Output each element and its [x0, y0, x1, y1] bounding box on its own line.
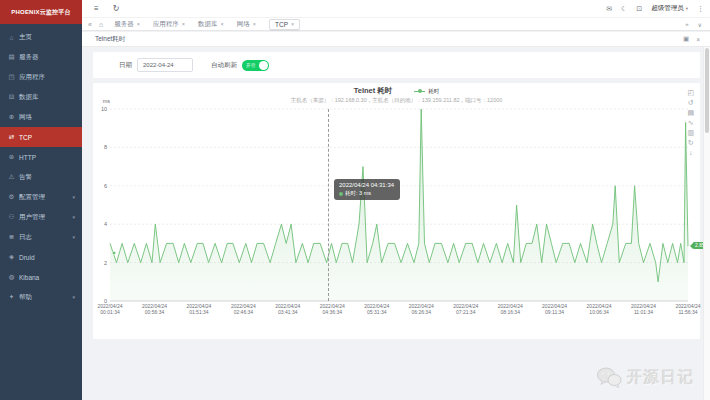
bar-chart-icon[interactable]: ▥	[687, 129, 694, 136]
sidebar-item-kibana[interactable]: ◍Kibana	[0, 267, 82, 287]
x-axis-label-time: 04:36:34	[320, 309, 345, 315]
tab-application[interactable]: 应用程序×	[153, 20, 185, 29]
sidebar-item-config-management[interactable]: ⚙配置管理▾	[0, 187, 82, 207]
scrollbar-track[interactable]	[703, 47, 710, 400]
tabbar-right: » ∨	[685, 21, 702, 28]
http-icon: ⊚	[7, 153, 16, 161]
page-title: Telnet耗时	[95, 35, 125, 44]
chart-header: Telnet 耗时 耗时	[93, 86, 700, 96]
sidebar-item-druid[interactable]: ◈Druid	[0, 247, 82, 267]
sidebar-item-server[interactable]: ▤服务器	[0, 47, 82, 67]
sidebar-item-alarm[interactable]: ⚠告警	[0, 167, 82, 187]
sidebar-item-home[interactable]: ⌂主页	[0, 27, 82, 47]
panel-title-actions: ▣ ×	[683, 35, 700, 43]
chart-plot-area[interactable]: ms 2022/04/24 04:31:34 耗时: 3 ms 2.85	[110, 109, 688, 301]
home-tab-icon[interactable]: ⌂	[99, 21, 103, 28]
sidebar-item-label: 数据库	[19, 93, 39, 102]
sidebar-item-help[interactable]: ✦帮助▾	[0, 287, 82, 307]
more-menu-icon[interactable]: ⋮	[697, 5, 704, 13]
tab-close-icon[interactable]: ×	[253, 21, 256, 27]
date-input[interactable]	[137, 58, 193, 72]
home-icon: ⌂	[7, 34, 16, 41]
x-axis-label-time: 08:16:34	[498, 309, 523, 315]
x-axis-label: 2022/04/2403:41:34	[275, 303, 300, 316]
network-icon: ⊕	[7, 113, 16, 121]
x-axis-label-time: 02:46:34	[231, 309, 256, 315]
hamburger-icon[interactable]: ≡	[94, 5, 99, 13]
data-view-icon[interactable]: ▤	[687, 109, 694, 116]
toggle-knob	[259, 61, 268, 70]
sidebar-item-database[interactable]: ⊟数据库	[0, 87, 82, 107]
message-icon[interactable]: ✉	[606, 5, 612, 12]
druid-icon: ◈	[7, 253, 16, 261]
tab-server[interactable]: 服务器×	[114, 20, 140, 29]
x-axis-label-time: 09:11:34	[542, 309, 567, 315]
sidebar-item-logs[interactable]: ≣日志▾	[0, 227, 82, 247]
x-axis-label: 2022/04/2400:56:34	[142, 303, 167, 316]
navbar-right: ✉☾⊡ 超级管理员 ▾ ⋮	[606, 4, 704, 13]
x-axis-label-time: 00:56:34	[142, 309, 167, 315]
x-axis-label-time: 01:51:34	[186, 309, 211, 315]
legend-marker-icon	[414, 89, 425, 94]
theme-icon[interactable]: ☾	[621, 5, 627, 12]
chart-tooltip: 2022/04/24 04:31:34 耗时: 3 ms	[334, 179, 400, 200]
watermark: 开源日记	[596, 367, 695, 388]
tab-network[interactable]: 网络×	[237, 20, 256, 29]
tab-label: 应用程序	[153, 20, 179, 29]
x-axis-label: 2022/04/2405:31:34	[364, 303, 389, 316]
tabs-more-icon[interactable]: »	[685, 21, 688, 27]
tab-tcp[interactable]: TCP×	[269, 19, 300, 30]
tab-close-icon[interactable]: ×	[137, 21, 140, 27]
refresh-icon[interactable]: ↻	[113, 5, 120, 13]
sidebar: PHOENIX云监控平台 ⌂主页▤服务器◳应用程序⊟数据库⊕网络⇄TCP⊚HTT…	[0, 0, 82, 400]
tab-close-icon[interactable]: ×	[221, 21, 224, 27]
axis-pointer-line	[328, 109, 329, 301]
sidebar-item-network[interactable]: ⊕网络	[0, 107, 82, 127]
fullscreen-icon[interactable]: ⊡	[636, 5, 642, 12]
chart-toolbox: ◰↺▤∿▥↻↓	[687, 89, 694, 156]
restore-icon[interactable]: ↻	[687, 139, 694, 146]
x-axis-label-time: 06:26:34	[409, 309, 434, 315]
sidebar-item-label: 帮助	[19, 293, 32, 302]
scrollbar-thumb[interactable]	[705, 48, 709, 133]
tab-close-icon[interactable]: ×	[182, 21, 185, 27]
sidebar-item-label: HTTP	[19, 154, 36, 161]
log-icon: ≣	[7, 233, 16, 241]
zoom-reset-icon[interactable]: ↺	[687, 99, 694, 106]
tooltip-series-dot	[339, 192, 343, 196]
window-restore-icon[interactable]: ▣	[683, 35, 689, 43]
app-window: PHOENIX云监控平台 ⌂主页▤服务器◳应用程序⊟数据库⊕网络⇄TCP⊚HTT…	[0, 0, 710, 400]
auto-refresh-toggle[interactable]: 开启	[242, 60, 269, 71]
sidebar-item-tcp[interactable]: ⇄TCP	[0, 127, 82, 147]
tabs-dropdown-icon[interactable]: ∨	[698, 21, 702, 28]
download-icon[interactable]: ↓	[687, 149, 694, 156]
x-axis-label: 2022/04/2402:46:34	[231, 303, 256, 316]
x-axis-label: 2022/04/2410:06:34	[587, 303, 612, 316]
sidebar-item-user-management[interactable]: ⚇用户管理▾	[0, 207, 82, 227]
sidebar-item-http[interactable]: ⊚HTTP	[0, 147, 82, 167]
y-axis-tick: 8	[93, 144, 107, 150]
y-axis-tick: 2	[93, 260, 107, 266]
main-area: ≡ ↻ ✉☾⊡ 超级管理员 ▾ ⋮ « ⌂ 服务器×应用程序×数据库×网络×TC…	[82, 0, 710, 400]
x-axis-label: 2022/04/2407:21:34	[453, 303, 478, 316]
line-chart-icon[interactable]: ∿	[687, 119, 694, 126]
user-icon: ⚇	[7, 213, 16, 221]
sidebar-item-label: 日志	[19, 233, 32, 242]
chart-title: Telnet 耗时	[354, 86, 393, 96]
x-axis-label-time: 10:06:34	[587, 309, 612, 315]
close-icon[interactable]: ×	[696, 36, 700, 43]
tab-close-icon[interactable]: ×	[291, 21, 294, 27]
user-menu[interactable]: 超级管理员 ▾	[651, 4, 688, 13]
sidebar-item-application[interactable]: ◳应用程序	[0, 67, 82, 87]
sidebar-item-label: 告警	[19, 173, 32, 182]
x-axis-label-time: 11:01:34	[631, 309, 656, 315]
x-axis-label: 2022/04/2409:11:34	[542, 303, 567, 316]
x-axis-label-time: 07:21:34	[453, 309, 478, 315]
y-axis-unit: ms	[96, 98, 110, 104]
collapse-tabs-icon[interactable]: «	[88, 21, 92, 28]
zoom-icon[interactable]: ◰	[687, 89, 694, 96]
y-axis-tick: 10	[93, 106, 107, 112]
x-axis-label-time: 03:41:34	[275, 309, 300, 315]
tab-database[interactable]: 数据库×	[198, 20, 224, 29]
legend-item[interactable]: 耗时	[414, 88, 439, 95]
